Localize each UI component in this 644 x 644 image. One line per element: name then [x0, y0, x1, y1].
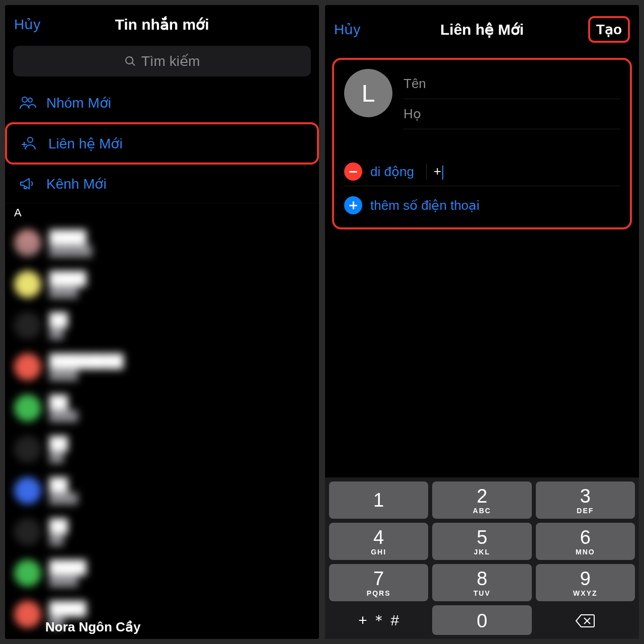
key-0[interactable]: 0 [432, 605, 531, 635]
number-keypad: 1 2ABC 3DEF 4GHI 5JKL 6MNO 7PQRS 8TUV 9W… [325, 477, 639, 639]
list-item[interactable]: ████ [5, 511, 319, 552]
key-1[interactable]: 1 [329, 481, 428, 519]
new-contact-screen: Hủy Liên hệ Mới Tạo L Tên Họ di động + t… [325, 5, 639, 639]
svg-point-2 [28, 137, 33, 142]
add-phone-button[interactable]: thêm số điện thoại [344, 196, 620, 214]
new-group-button[interactable]: Nhóm Mới [5, 84, 319, 122]
remove-phone-button[interactable] [344, 163, 362, 181]
key-9[interactable]: 9WXYZ [536, 564, 635, 601]
cancel-button[interactable]: Hủy [334, 21, 360, 38]
key-7[interactable]: 7PQRS [329, 564, 428, 601]
key-6[interactable]: 6MNO [536, 523, 635, 560]
phone-row: di động + [344, 157, 620, 186]
header: Hủy Liên hệ Mới Tạo [325, 5, 639, 52]
key-4[interactable]: 4GHI [329, 523, 428, 560]
list-item[interactable]: ██████ [5, 470, 319, 511]
header: Hủy Tin nhắn mới [5, 5, 319, 42]
svg-point-0 [22, 97, 27, 102]
section-header-a: A [5, 203, 319, 222]
add-phone-label: thêm số điện thoại [370, 198, 479, 213]
phone-number-input[interactable]: + [426, 164, 620, 179]
contact-list: ██████████ ████████ ████ ████████████ ██… [5, 222, 319, 639]
list-item[interactable]: ██████████ [5, 222, 319, 264]
new-contact-label: Liên hệ Mới [48, 135, 123, 152]
phone-type-selector[interactable]: di động [370, 164, 414, 180]
contact-form: L Tên Họ di động + thêm số điện thoại [332, 58, 632, 229]
last-name-field[interactable]: Họ [404, 99, 620, 129]
megaphone-icon [17, 174, 37, 194]
create-button[interactable]: Tạo [588, 16, 630, 43]
new-message-screen: Hủy Tin nhắn mới Tìm kiếm Nhóm Mới Liên … [5, 5, 319, 639]
list-item[interactable]: ████ [5, 429, 319, 470]
group-icon [17, 93, 37, 113]
list-item[interactable]: ████████ [5, 552, 319, 594]
key-5[interactable]: 5JKL [432, 523, 531, 560]
first-name-field[interactable]: Tên [404, 69, 620, 99]
page-title: Liên hệ Mới [440, 21, 524, 38]
svg-point-1 [28, 98, 32, 102]
key-symbols[interactable]: + ＊ # [329, 605, 428, 635]
new-channel-button[interactable]: Kênh Mới [5, 165, 319, 203]
plus-icon [344, 196, 362, 214]
avatar[interactable]: L [344, 69, 392, 117]
visible-contact-name: Nora Ngôn Cầy [45, 619, 140, 635]
new-group-label: Nhóm Mới [46, 95, 111, 111]
add-contact-icon [19, 133, 39, 153]
page-title: Tin nhắn mới [115, 16, 209, 33]
search-input[interactable]: Tìm kiếm [13, 46, 311, 76]
search-icon [124, 55, 136, 67]
key-3[interactable]: 3DEF [536, 481, 635, 519]
search-placeholder: Tìm kiếm [141, 53, 200, 69]
cancel-button[interactable]: Hủy [14, 16, 40, 33]
new-channel-label: Kênh Mới [46, 176, 107, 192]
key-8[interactable]: 8TUV [432, 564, 531, 601]
key-backspace[interactable] [536, 605, 635, 635]
list-item[interactable]: ████████████ [5, 346, 319, 387]
list-item[interactable]: ████████ [5, 264, 319, 305]
new-contact-button[interactable]: Liên hệ Mới [5, 122, 319, 165]
list-item[interactable]: ██████ [5, 387, 319, 429]
backspace-icon [575, 614, 595, 628]
list-item[interactable]: ████ [5, 305, 319, 346]
key-2[interactable]: 2ABC [432, 481, 531, 519]
